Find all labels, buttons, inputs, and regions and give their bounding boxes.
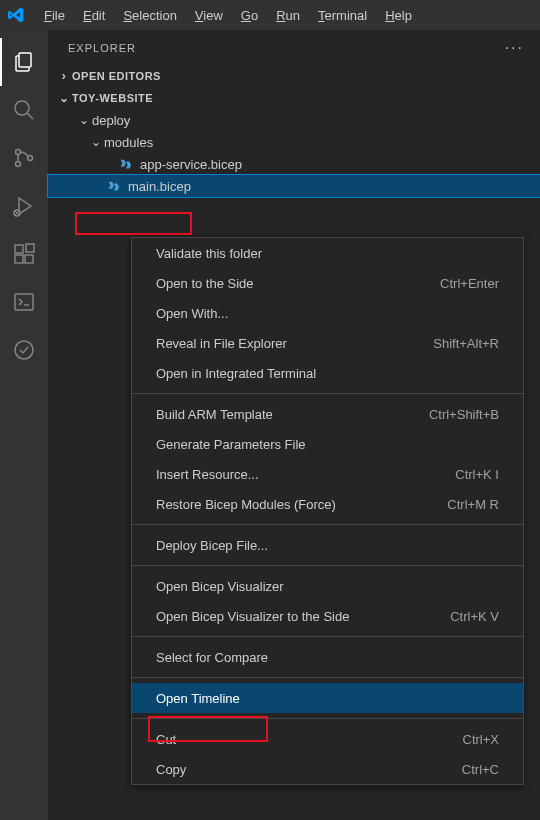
sidebar-title: EXPLORER <box>68 42 136 54</box>
titlebar: File Edit Selection View Go Run Terminal… <box>0 0 540 30</box>
activity-source-control[interactable] <box>0 134 48 182</box>
menu-edit[interactable]: Edit <box>75 4 113 27</box>
bicep-file-icon <box>116 155 134 173</box>
ctx-copy[interactable]: Copy Ctrl+C <box>132 754 523 784</box>
ctx-build-arm[interactable]: Build ARM Template Ctrl+Shift+B <box>132 399 523 429</box>
workspace-header[interactable]: ⌄ TOY-WEBSITE <box>48 87 540 109</box>
separator <box>132 636 523 637</box>
menu-go[interactable]: Go <box>233 4 266 27</box>
svg-rect-9 <box>25 255 33 263</box>
file-tree: ⌄ deploy ⌄ modules app-service.bicep <box>48 109 540 197</box>
ctx-open-timeline[interactable]: Open Timeline <box>132 683 523 713</box>
folder-label: modules <box>104 135 153 150</box>
ctx-open-visualizer[interactable]: Open Bicep Visualizer <box>132 571 523 601</box>
separator <box>132 524 523 525</box>
svg-rect-0 <box>19 53 31 67</box>
activity-task[interactable] <box>0 326 48 374</box>
sidebar-more-icon[interactable]: ··· <box>505 39 524 57</box>
tree-folder-deploy[interactable]: ⌄ deploy <box>48 109 540 131</box>
separator <box>132 677 523 678</box>
svg-point-4 <box>16 162 21 167</box>
svg-point-12 <box>15 341 33 359</box>
svg-line-2 <box>27 113 33 119</box>
svg-point-3 <box>16 150 21 155</box>
ctx-cut[interactable]: Cut Ctrl+X <box>132 724 523 754</box>
ctx-deploy-bicep[interactable]: Deploy Bicep File... <box>132 530 523 560</box>
svg-rect-8 <box>15 255 23 263</box>
ctx-reveal-explorer[interactable]: Reveal in File Explorer Shift+Alt+R <box>132 328 523 358</box>
chevron-down-icon: ⌄ <box>76 113 92 127</box>
menu-run[interactable]: Run <box>268 4 308 27</box>
context-menu: Validate this folder Open to the Side Ct… <box>131 237 524 785</box>
ctx-validate-folder[interactable]: Validate this folder <box>132 238 523 268</box>
tree-file-main[interactable]: main.bicep <box>48 175 540 197</box>
bicep-file-icon <box>104 177 122 195</box>
menu-selection[interactable]: Selection <box>115 4 184 27</box>
open-editors-header[interactable]: › OPEN EDITORS <box>48 65 540 87</box>
menu-terminal[interactable]: Terminal <box>310 4 375 27</box>
chevron-down-icon: ⌄ <box>56 91 72 105</box>
chevron-down-icon: ⌄ <box>88 135 104 149</box>
activity-explorer[interactable] <box>0 38 48 86</box>
menubar: File Edit Selection View Go Run Terminal… <box>36 4 420 27</box>
menu-help[interactable]: Help <box>377 4 420 27</box>
separator <box>132 565 523 566</box>
activity-extensions[interactable] <box>0 230 48 278</box>
workspace-label: TOY-WEBSITE <box>72 92 153 104</box>
ctx-insert-resource[interactable]: Insert Resource... Ctrl+K I <box>132 459 523 489</box>
activity-terminal-icon[interactable] <box>0 278 48 326</box>
menu-file[interactable]: File <box>36 4 73 27</box>
separator <box>132 393 523 394</box>
svg-rect-7 <box>15 245 23 253</box>
tree-folder-modules[interactable]: ⌄ modules <box>48 131 540 153</box>
ctx-gen-params[interactable]: Generate Parameters File <box>132 429 523 459</box>
activity-search[interactable] <box>0 86 48 134</box>
open-editors-label: OPEN EDITORS <box>72 70 161 82</box>
activity-bar <box>0 30 48 820</box>
svg-rect-10 <box>26 244 34 252</box>
folder-label: deploy <box>92 113 130 128</box>
file-label: main.bicep <box>128 179 191 194</box>
separator <box>132 718 523 719</box>
ctx-open-side[interactable]: Open to the Side Ctrl+Enter <box>132 268 523 298</box>
tree-file-app-service[interactable]: app-service.bicep <box>48 153 540 175</box>
menu-view[interactable]: View <box>187 4 231 27</box>
ctx-open-with[interactable]: Open With... <box>132 298 523 328</box>
chevron-right-icon: › <box>56 69 72 83</box>
svg-point-1 <box>15 101 29 115</box>
vscode-icon <box>8 7 24 23</box>
ctx-select-compare[interactable]: Select for Compare <box>132 642 523 672</box>
ctx-integrated-terminal[interactable]: Open in Integrated Terminal <box>132 358 523 388</box>
svg-rect-11 <box>15 294 33 310</box>
ctx-open-visualizer-side[interactable]: Open Bicep Visualizer to the Side Ctrl+K… <box>132 601 523 631</box>
sidebar-header: EXPLORER ··· <box>48 30 540 65</box>
explorer-section: › OPEN EDITORS ⌄ TOY-WEBSITE ⌄ deploy ⌄ … <box>48 65 540 197</box>
activity-debug[interactable] <box>0 182 48 230</box>
file-label: app-service.bicep <box>140 157 242 172</box>
ctx-restore-bicep[interactable]: Restore Bicep Modules (Force) Ctrl+M R <box>132 489 523 519</box>
